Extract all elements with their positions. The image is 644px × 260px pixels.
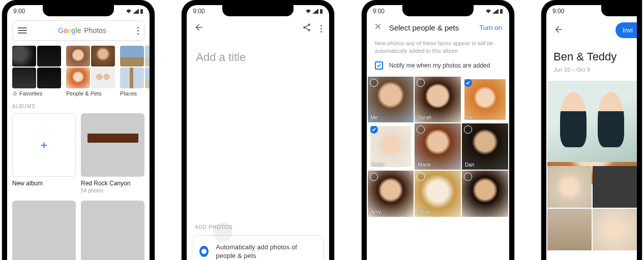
album-title: New album bbox=[12, 180, 76, 187]
face-label: Teddy bbox=[371, 162, 385, 168]
face-label: Ben bbox=[465, 115, 474, 120]
face-ben[interactable]: Ben bbox=[462, 77, 508, 123]
app-brand: Google Photos bbox=[58, 26, 106, 35]
face-label: Amy bbox=[371, 209, 381, 215]
face-label: Sarah bbox=[418, 115, 431, 120]
face-label: Me bbox=[371, 115, 378, 120]
status-time: 9:00 bbox=[552, 8, 564, 15]
category-row[interactable]: Favorites People & Pets Places bbox=[7, 46, 150, 96]
photo-item[interactable] bbox=[547, 209, 592, 250]
album-title: Ben & Teddy bbox=[546, 40, 637, 64]
face-label: Dan bbox=[465, 162, 474, 168]
face-label: Oliver bbox=[418, 209, 431, 215]
category-label: Favorites bbox=[19, 90, 42, 96]
back-icon[interactable] bbox=[194, 22, 204, 35]
photo-item[interactable] bbox=[547, 81, 637, 162]
album-item[interactable] bbox=[12, 201, 76, 260]
status-time: 9:00 bbox=[13, 8, 25, 15]
svg-rect-2 bbox=[500, 9, 503, 14]
turn-on-button[interactable]: Turn on bbox=[479, 24, 502, 31]
overflow-icon[interactable] bbox=[320, 25, 322, 32]
checkbox-label: Notify me when my photos are added bbox=[389, 62, 490, 69]
face-marie[interactable]: Marie bbox=[415, 123, 461, 170]
category-favorites[interactable]: Favorites bbox=[12, 46, 61, 96]
album-gallery[interactable] bbox=[546, 81, 637, 250]
select-indicator-on bbox=[370, 125, 378, 134]
option-label: Automatically add photos of people & pet… bbox=[216, 243, 316, 260]
face-oliver[interactable]: Oliver bbox=[415, 171, 461, 217]
face-me[interactable]: Me bbox=[368, 77, 414, 123]
select-indicator bbox=[370, 79, 378, 87]
search-bar[interactable]: Google Photos bbox=[12, 20, 144, 41]
share-icon[interactable] bbox=[302, 23, 311, 34]
notify-checkbox-row[interactable]: Notify me when my photos are added bbox=[367, 61, 509, 75]
svg-rect-0 bbox=[140, 9, 143, 14]
screen-title: Select people & pets bbox=[389, 23, 473, 32]
status-icons bbox=[126, 9, 143, 14]
face-unnamed[interactable] bbox=[462, 171, 508, 217]
option-auto-add[interactable]: Automatically add photos of people & pet… bbox=[192, 235, 324, 260]
face-label: Marie bbox=[418, 162, 430, 168]
category-label: Places bbox=[120, 90, 137, 96]
album-dates: Jun 10 – Oct 9 bbox=[546, 64, 637, 81]
album-red-rock[interactable]: Red Rock Canyon 54 photos bbox=[81, 113, 144, 193]
star-icon bbox=[12, 91, 18, 96]
touch-indicator bbox=[213, 222, 232, 242]
overflow-icon[interactable] bbox=[137, 27, 139, 35]
face-sarah[interactable]: Sarah bbox=[415, 77, 461, 123]
album-title: Red Rock Canyon bbox=[81, 180, 144, 187]
section-albums-label: ALBUMS bbox=[7, 96, 150, 113]
category-places[interactable]: Places bbox=[120, 46, 150, 96]
back-icon[interactable] bbox=[553, 24, 564, 37]
select-indicator-on bbox=[464, 79, 472, 87]
photo-item[interactable] bbox=[593, 166, 637, 208]
svg-rect-1 bbox=[320, 9, 323, 14]
help-text: New photos any of these faces appear in … bbox=[367, 36, 509, 61]
face-dan[interactable]: Dan bbox=[462, 123, 508, 170]
plus-icon: + bbox=[40, 138, 47, 152]
status-icons bbox=[305, 9, 323, 14]
album-item[interactable] bbox=[81, 201, 144, 260]
category-label: People & Pets bbox=[66, 90, 102, 96]
checkbox-icon[interactable] bbox=[375, 61, 383, 70]
status-icons bbox=[485, 9, 503, 14]
section-add-photos-label: ADD PHOTOS bbox=[192, 224, 324, 235]
album-title-input[interactable]: Add a title bbox=[187, 37, 329, 78]
select-indicator bbox=[464, 173, 472, 181]
face-icon bbox=[199, 246, 209, 257]
category-people-pets[interactable]: People & Pets bbox=[66, 46, 115, 96]
album-new[interactable]: + New album bbox=[12, 113, 76, 193]
menu-icon[interactable] bbox=[18, 27, 27, 34]
photo-item[interactable] bbox=[547, 166, 592, 208]
album-subtitle: 54 photos bbox=[81, 188, 144, 193]
select-indicator bbox=[417, 79, 425, 87]
close-icon[interactable] bbox=[374, 22, 382, 32]
invite-button[interactable]: Invi bbox=[616, 22, 637, 38]
status-time: 9:00 bbox=[373, 8, 385, 15]
select-indicator bbox=[370, 173, 378, 181]
face-amy[interactable]: Amy bbox=[368, 171, 414, 217]
photo-item[interactable] bbox=[593, 209, 637, 250]
status-time: 9:00 bbox=[193, 8, 204, 15]
face-teddy[interactable]: Teddy bbox=[368, 123, 414, 170]
